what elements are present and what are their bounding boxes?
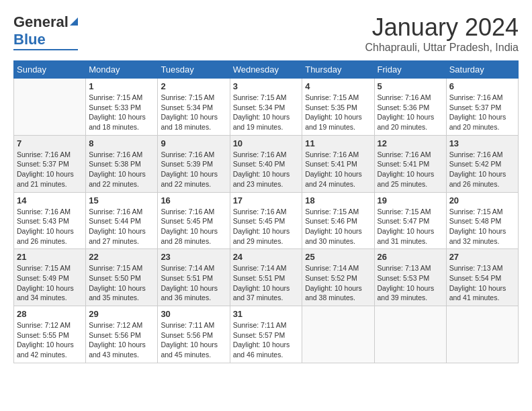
day-info: Sunrise: 7:13 AMSunset: 5:53 PMDaylight:… (378, 263, 443, 303)
day-info: Sunrise: 7:16 AMSunset: 5:44 PMDaylight:… (89, 207, 154, 246)
day-number: 25 (305, 252, 371, 262)
day-number: 1 (89, 81, 154, 91)
week-row-4: 21Sunrise: 7:15 AMSunset: 5:49 PMDayligh… (14, 249, 519, 306)
day-number: 12 (378, 138, 443, 148)
week-row-3: 14Sunrise: 7:16 AMSunset: 5:43 PMDayligh… (14, 192, 519, 249)
day-info: Sunrise: 7:16 AMSunset: 5:38 PMDaylight:… (89, 150, 154, 189)
day-number: 2 (161, 81, 226, 91)
day-info: Sunrise: 7:16 AMSunset: 5:36 PMDaylight:… (378, 93, 443, 132)
header-saturday: Saturday (446, 61, 518, 79)
day-number: 21 (17, 252, 83, 262)
calendar-cell: 2Sunrise: 7:15 AMSunset: 5:34 PMDaylight… (158, 79, 230, 136)
day-info: Sunrise: 7:16 AMSunset: 5:37 PMDaylight:… (449, 93, 515, 132)
month-title: January 2024 (365, 13, 519, 42)
day-info: Sunrise: 7:16 AMSunset: 5:41 PMDaylight:… (378, 150, 443, 189)
calendar-cell: 11Sunrise: 7:16 AMSunset: 5:41 PMDayligh… (302, 135, 374, 192)
day-number: 20 (449, 195, 515, 205)
day-number: 23 (161, 252, 226, 262)
calendar-cell: 28Sunrise: 7:12 AMSunset: 5:55 PMDayligh… (14, 306, 86, 363)
header-monday: Monday (86, 61, 158, 79)
day-number: 11 (305, 138, 371, 148)
header-sunday: Sunday (14, 61, 86, 79)
header-wednesday: Wednesday (230, 61, 302, 79)
page-header: General Blue January 2024 Chhaprauli, Ut… (13, 13, 519, 54)
calendar-cell: 29Sunrise: 7:12 AMSunset: 5:56 PMDayligh… (86, 306, 158, 363)
calendar-cell: 12Sunrise: 7:16 AMSunset: 5:41 PMDayligh… (374, 135, 446, 192)
calendar-cell: 3Sunrise: 7:15 AMSunset: 5:34 PMDaylight… (230, 79, 302, 136)
day-info: Sunrise: 7:16 AMSunset: 5:45 PMDaylight:… (161, 207, 226, 246)
day-info: Sunrise: 7:14 AMSunset: 5:51 PMDaylight:… (161, 263, 226, 303)
calendar-cell: 20Sunrise: 7:15 AMSunset: 5:48 PMDayligh… (446, 192, 518, 249)
calendar-cell: 13Sunrise: 7:16 AMSunset: 5:42 PMDayligh… (446, 135, 518, 192)
day-info: Sunrise: 7:11 AMSunset: 5:56 PMDaylight:… (161, 320, 226, 360)
day-info: Sunrise: 7:15 AMSunset: 5:47 PMDaylight:… (378, 207, 443, 246)
day-info: Sunrise: 7:12 AMSunset: 5:56 PMDaylight:… (89, 320, 154, 360)
calendar-cell: 19Sunrise: 7:15 AMSunset: 5:47 PMDayligh… (374, 192, 446, 249)
day-info: Sunrise: 7:16 AMSunset: 5:39 PMDaylight:… (161, 150, 226, 189)
week-row-1: 1Sunrise: 7:15 AMSunset: 5:33 PMDaylight… (14, 79, 519, 136)
calendar-cell: 9Sunrise: 7:16 AMSunset: 5:39 PMDaylight… (158, 135, 230, 192)
day-info: Sunrise: 7:16 AMSunset: 5:43 PMDaylight:… (17, 207, 83, 246)
header-row: SundayMondayTuesdayWednesdayThursdayFrid… (14, 61, 519, 79)
logo: General Blue (13, 13, 78, 50)
day-number: 22 (89, 252, 154, 262)
header-thursday: Thursday (302, 61, 374, 79)
calendar-cell: 18Sunrise: 7:15 AMSunset: 5:46 PMDayligh… (302, 192, 374, 249)
calendar-cell: 5Sunrise: 7:16 AMSunset: 5:36 PMDaylight… (374, 79, 446, 136)
header-friday: Friday (374, 61, 446, 79)
calendar-cell: 30Sunrise: 7:11 AMSunset: 5:56 PMDayligh… (158, 306, 230, 363)
day-info: Sunrise: 7:15 AMSunset: 5:49 PMDaylight:… (17, 263, 83, 303)
day-info: Sunrise: 7:12 AMSunset: 5:55 PMDaylight:… (17, 320, 83, 360)
logo-underline (13, 49, 78, 50)
week-row-5: 28Sunrise: 7:12 AMSunset: 5:55 PMDayligh… (14, 306, 519, 363)
day-number: 4 (305, 81, 371, 91)
week-row-2: 7Sunrise: 7:16 AMSunset: 5:37 PMDaylight… (14, 135, 519, 192)
day-number: 10 (233, 138, 300, 148)
day-info: Sunrise: 7:15 AMSunset: 5:35 PMDaylight:… (305, 93, 371, 132)
calendar-cell (302, 306, 374, 363)
day-info: Sunrise: 7:16 AMSunset: 5:41 PMDaylight:… (305, 150, 371, 189)
day-info: Sunrise: 7:14 AMSunset: 5:51 PMDaylight:… (233, 263, 300, 303)
day-number: 29 (89, 309, 154, 319)
day-info: Sunrise: 7:15 AMSunset: 5:34 PMDaylight:… (233, 93, 300, 132)
calendar-cell: 14Sunrise: 7:16 AMSunset: 5:43 PMDayligh… (14, 192, 86, 249)
calendar-table: SundayMondayTuesdayWednesdayThursdayFrid… (13, 60, 519, 363)
day-info: Sunrise: 7:15 AMSunset: 5:48 PMDaylight:… (449, 207, 515, 246)
day-info: Sunrise: 7:11 AMSunset: 5:57 PMDaylight:… (233, 320, 300, 360)
day-info: Sunrise: 7:16 AMSunset: 5:40 PMDaylight:… (233, 150, 300, 189)
header-tuesday: Tuesday (158, 61, 230, 79)
calendar-cell: 21Sunrise: 7:15 AMSunset: 5:49 PMDayligh… (14, 249, 86, 306)
day-number: 31 (233, 309, 300, 319)
day-info: Sunrise: 7:16 AMSunset: 5:45 PMDaylight:… (233, 207, 300, 246)
day-number: 8 (89, 138, 154, 148)
day-number: 14 (17, 195, 83, 205)
day-info: Sunrise: 7:16 AMSunset: 5:42 PMDaylight:… (449, 150, 515, 189)
calendar-cell: 1Sunrise: 7:15 AMSunset: 5:33 PMDaylight… (86, 79, 158, 136)
day-info: Sunrise: 7:15 AMSunset: 5:50 PMDaylight:… (89, 263, 154, 303)
calendar-cell: 15Sunrise: 7:16 AMSunset: 5:44 PMDayligh… (86, 192, 158, 249)
calendar-cell: 24Sunrise: 7:14 AMSunset: 5:51 PMDayligh… (230, 249, 302, 306)
day-number: 24 (233, 252, 300, 262)
calendar-cell: 27Sunrise: 7:13 AMSunset: 5:54 PMDayligh… (446, 249, 518, 306)
day-number: 7 (17, 138, 83, 148)
day-info: Sunrise: 7:15 AMSunset: 5:34 PMDaylight:… (161, 93, 226, 132)
day-info: Sunrise: 7:14 AMSunset: 5:52 PMDaylight:… (305, 263, 371, 303)
day-info: Sunrise: 7:16 AMSunset: 5:37 PMDaylight:… (17, 150, 83, 189)
day-number: 30 (161, 309, 226, 319)
day-number: 15 (89, 195, 154, 205)
calendar-cell: 6Sunrise: 7:16 AMSunset: 5:37 PMDaylight… (446, 79, 518, 136)
calendar-cell: 26Sunrise: 7:13 AMSunset: 5:53 PMDayligh… (374, 249, 446, 306)
calendar-cell: 23Sunrise: 7:14 AMSunset: 5:51 PMDayligh… (158, 249, 230, 306)
logo-blue: Blue (13, 31, 46, 48)
day-number: 16 (161, 195, 226, 205)
day-info: Sunrise: 7:15 AMSunset: 5:46 PMDaylight:… (305, 207, 371, 246)
calendar-cell: 10Sunrise: 7:16 AMSunset: 5:40 PMDayligh… (230, 135, 302, 192)
calendar-cell (374, 306, 446, 363)
calendar-cell: 8Sunrise: 7:16 AMSunset: 5:38 PMDaylight… (86, 135, 158, 192)
day-info: Sunrise: 7:13 AMSunset: 5:54 PMDaylight:… (449, 263, 515, 303)
calendar-cell: 17Sunrise: 7:16 AMSunset: 5:45 PMDayligh… (230, 192, 302, 249)
day-number: 3 (233, 81, 300, 91)
calendar-cell: 4Sunrise: 7:15 AMSunset: 5:35 PMDaylight… (302, 79, 374, 136)
day-number: 9 (161, 138, 226, 148)
calendar-cell: 16Sunrise: 7:16 AMSunset: 5:45 PMDayligh… (158, 192, 230, 249)
